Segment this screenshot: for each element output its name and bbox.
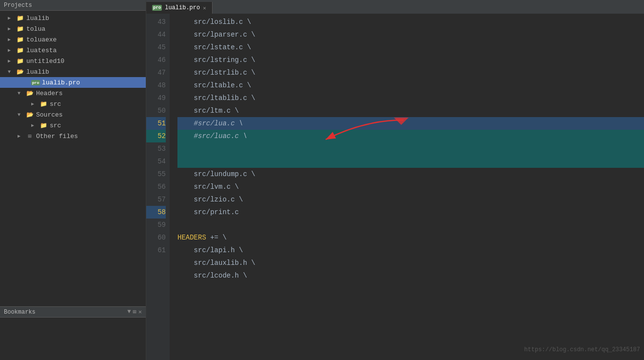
code-line: src/ltable.c \: [177, 79, 644, 92]
tree-item-src-sources[interactable]: ▶ 📁 src: [0, 120, 146, 131]
tree-label: Other files: [36, 133, 78, 140]
folder-icon: 📁: [16, 25, 24, 33]
tab-lualib-pro[interactable]: pro lualib.pro ✕: [146, 2, 213, 14]
code-line: src/lparser.c \: [177, 28, 644, 41]
tree-item-lualib-top[interactable]: ▶ 📁 lualib: [0, 13, 146, 23]
tree-item-other-files[interactable]: ▶ ⊞ Other files: [0, 131, 146, 141]
folder-open-icon: 📂: [16, 68, 24, 76]
other-files-icon: ⊞: [25, 132, 34, 140]
line-num: 44: [146, 28, 166, 41]
tree-label: lualib.pro: [42, 79, 80, 86]
tree-item-sources[interactable]: ▼ 📂 Sources: [0, 109, 146, 120]
code-line: src/lundump.c \: [177, 168, 644, 180]
line-num: 54: [146, 155, 166, 168]
code-line: src/lstate.c \: [177, 41, 644, 54]
line-num: 61: [146, 244, 166, 257]
tree-item-headers[interactable]: ▼ 📂 Headers: [0, 88, 146, 99]
line-num: 57: [146, 193, 166, 206]
folder-icon: 📁: [16, 14, 24, 22]
folder-icon: 📁: [39, 100, 48, 108]
tree-item-luatesta[interactable]: ▶ 📁 luatesta: [0, 45, 146, 56]
code-line: [177, 219, 644, 231]
bookmark-add-icon[interactable]: ⊞: [133, 308, 137, 316]
code-line: src/ltm.c \: [177, 104, 644, 117]
tree-label: lualib: [26, 68, 49, 76]
code-line: src/lzio.c \: [177, 193, 644, 206]
line-num: 60: [146, 231, 166, 244]
folder-icon: 📂: [25, 89, 34, 97]
left-panel: Projects ▶ 📁 lualib ▶ 📁 tolua ▶ 📁 toluae…: [0, 0, 146, 360]
tab-file-icon: pro: [152, 5, 162, 11]
tree-label: toluaexe: [26, 36, 57, 43]
code-line: src/lstrlib.c \: [177, 66, 644, 79]
tab-label: lualib.pro: [165, 4, 200, 11]
arrow-icon: ▶: [31, 101, 39, 107]
line-numbers: 43 44 45 46 47 48 49 50 51 52 53 54 55 5…: [146, 14, 170, 360]
arrow-icon: ▶: [31, 122, 39, 128]
code-line-highlighted: #src/lua.c \: [177, 117, 644, 130]
arrow-icon: ▶: [8, 37, 16, 42]
tree-label: src: [50, 100, 61, 108]
line-num: 56: [146, 180, 166, 193]
code-line: src/loslib.c \: [177, 16, 644, 28]
folder-icon: 📁: [16, 57, 24, 65]
bookmarks-toolbar: ▼ ⊞ ✕: [127, 308, 142, 316]
line-num: 59: [146, 219, 166, 231]
line-num: 46: [146, 54, 166, 66]
arrow-icon: ▶: [8, 47, 16, 53]
arrow-icon: ▶: [18, 133, 25, 139]
line-num: 55: [146, 168, 166, 180]
folder-icon: 📁: [39, 121, 48, 129]
line-num: 45: [146, 41, 166, 54]
bookmarks-header: Bookmarks ▼ ⊞ ✕: [0, 307, 146, 318]
tree-label: untitled10: [26, 58, 64, 65]
line-num-highlighted: 52: [146, 130, 166, 142]
arrow-icon: ▶: [8, 15, 16, 21]
bookmark-close-icon[interactable]: ✕: [138, 308, 142, 316]
tab-close-icon[interactable]: ✕: [203, 5, 206, 11]
bookmarks-panel: Bookmarks ▼ ⊞ ✕: [0, 306, 146, 360]
line-num: 53: [146, 142, 166, 155]
tree-item-toluaexe[interactable]: ▶ 📁 toluaexe: [0, 34, 146, 45]
bookmark-nav-icon[interactable]: ▼: [127, 308, 131, 316]
line-num: 43: [146, 16, 166, 28]
tree-label: Headers: [36, 90, 63, 97]
code-line: src/lauxlib.h \: [177, 257, 644, 269]
arrow-icon: ▼: [18, 91, 25, 96]
tree-item-tolua[interactable]: ▶ 📁 tolua: [0, 23, 146, 34]
tree-item-src-headers[interactable]: ▶ 📁 src: [0, 99, 146, 109]
code-line: src/lvm.c \: [177, 180, 644, 193]
code-area: 43 44 45 46 47 48 49 50 51 52 53 54 55 5…: [146, 14, 644, 360]
watermark: https://blog.csdn.net/qq_23345187: [524, 343, 640, 356]
folder-icon: 📁: [16, 46, 24, 54]
arrow-icon: ▼: [18, 112, 25, 118]
line-num-keyword: 58: [146, 206, 166, 219]
code-line: src/lapi.h \: [177, 244, 644, 257]
code-line: src/print.c: [177, 206, 644, 219]
code-line-keyword: HEADERS += \: [177, 231, 644, 244]
editor-panel: pro lualib.pro ✕ 43 44 45 46 47 48 49 50…: [146, 0, 644, 360]
code-line-highlighted-2: #src/luac.c \: [177, 130, 644, 168]
tree-label: lualib: [26, 15, 49, 22]
tree-label: src: [50, 122, 61, 129]
projects-title: Projects: [4, 2, 32, 9]
project-tree: ▶ 📁 lualib ▶ 📁 tolua ▶ 📁 toluaexe ▶ 📁 lu…: [0, 11, 146, 306]
bookmarks-title: Bookmarks: [4, 309, 36, 316]
tree-item-lualib-main[interactable]: ▼ 📂 lualib: [0, 66, 146, 77]
folder-icon: 📁: [16, 36, 24, 43]
line-num: 50: [146, 104, 166, 117]
tree-item-lualib-pro[interactable]: ▶ pro lualib.pro: [0, 77, 146, 88]
code-content[interactable]: src/loslib.c \ src/lparser.c \ src/lstat…: [170, 14, 644, 360]
code-line: src/lstring.c \: [177, 54, 644, 66]
tree-label: tolua: [26, 25, 45, 33]
arrow-icon: ▶: [8, 26, 16, 32]
tree-label: Sources: [36, 111, 63, 119]
tree-label: luatesta: [26, 47, 57, 54]
pro-file-icon: pro: [31, 79, 40, 86]
line-num: 49: [146, 92, 166, 104]
code-line: src/ltablib.c \: [177, 92, 644, 104]
tree-item-untitled10[interactable]: ▶ 📁 untitled10: [0, 56, 146, 66]
line-num: 47: [146, 66, 166, 79]
folder-icon: 📂: [25, 111, 34, 119]
tab-bar: pro lualib.pro ✕: [146, 0, 644, 14]
